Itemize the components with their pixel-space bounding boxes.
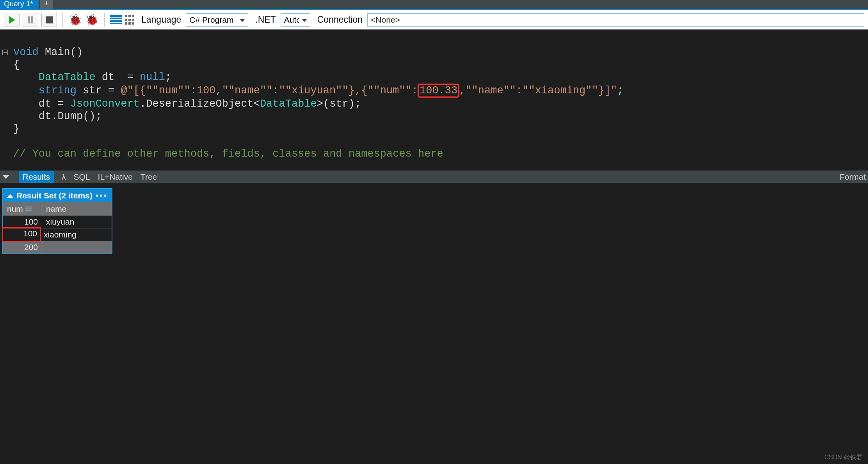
run-button[interactable] xyxy=(4,13,20,27)
language-select[interactable]: C# Program xyxy=(186,13,248,27)
code-keyword: void xyxy=(13,46,39,58)
colheader-num[interactable]: num xyxy=(3,202,42,216)
filter-icon[interactable] xyxy=(25,207,32,211)
code-text: Main() xyxy=(39,46,83,58)
results-tab-il[interactable]: IL+Native xyxy=(98,171,133,183)
cell-name: xiuyuan xyxy=(42,216,87,228)
code-comment: // You can define other methods, fields,… xyxy=(13,148,443,160)
language-label: Language xyxy=(141,14,181,25)
code-text: >(str); xyxy=(317,98,361,110)
results-format-button[interactable]: Format xyxy=(840,171,866,183)
grid-view-icon[interactable] xyxy=(125,15,134,25)
results-tab-results[interactable]: Results xyxy=(19,171,54,183)
dotnet-label: .NET xyxy=(255,14,276,25)
code-text: { xyxy=(13,59,20,71)
code-string: ,""name"":""xiaoming""}]" xyxy=(459,85,617,96)
tabbar-spacer xyxy=(54,0,868,9)
list-view-icon[interactable] xyxy=(110,15,122,25)
code-keyword: string xyxy=(39,85,76,96)
svg-rect-1 xyxy=(28,16,30,23)
code-text: dt.Dump(); xyxy=(39,111,102,122)
code-type: JsonConvert xyxy=(70,98,140,110)
cell-num: 100 xyxy=(3,216,42,228)
bug-icon-red[interactable]: 🐞 xyxy=(68,13,82,26)
result-grid: Result Set (2 items) ••• num name 100 xi… xyxy=(2,188,112,254)
toolbar-separator-1 xyxy=(62,13,63,27)
code-text: .DeserializeObject< xyxy=(140,98,260,110)
code-type: DataTable xyxy=(260,98,317,110)
svg-rect-2 xyxy=(31,16,33,23)
pause-icon xyxy=(27,16,34,23)
footer-empty xyxy=(42,241,87,253)
code-highlight: 100.33 xyxy=(418,84,459,98)
table-row[interactable]: 100 xiaoming xyxy=(3,228,112,241)
grid-menu-icon[interactable]: ••• xyxy=(96,191,108,200)
watermark: CSDN @铁君 xyxy=(824,453,863,462)
code-text: ; xyxy=(165,71,171,83)
play-icon xyxy=(8,16,15,24)
connection-label: Connection xyxy=(317,14,363,25)
dotnet-select[interactable]: Auto xyxy=(281,13,310,27)
code-text: dt = xyxy=(96,71,140,83)
query-tabbar: Query 1* + xyxy=(0,0,868,10)
result-grid-footer: 200 xyxy=(3,241,112,253)
result-grid-header[interactable]: Result Set (2 items) ••• xyxy=(3,189,112,202)
query-tab-active[interactable]: Query 1* xyxy=(0,0,39,9)
main-toolbar: 🐞 🐞 Language C# Program .NET Auto Connec… xyxy=(0,10,868,30)
fold-icon[interactable] xyxy=(2,50,8,55)
results-tab-sql[interactable]: SQL xyxy=(74,171,90,183)
code-text: } xyxy=(13,123,20,135)
code-type: DataTable xyxy=(39,71,96,83)
result-grid-colheaders: num name xyxy=(3,202,112,216)
stop-button[interactable] xyxy=(41,13,57,27)
results-tabstrip: Results λ SQL IL+Native Tree Format xyxy=(0,170,868,183)
footer-total: 200 xyxy=(3,241,42,253)
code-text: ; xyxy=(617,85,623,96)
results-panel: Result Set (2 items) ••• num name 100 xi… xyxy=(0,183,868,464)
result-grid-title: Result Set (2 items) xyxy=(16,191,92,200)
colheader-name[interactable]: name xyxy=(42,202,87,216)
pause-button[interactable] xyxy=(23,13,38,27)
toolbar-separator-2 xyxy=(104,13,105,27)
cell-name: xiaoming xyxy=(40,228,85,241)
svg-rect-3 xyxy=(46,16,53,23)
code-keyword: null xyxy=(140,71,165,83)
results-tab-tree[interactable]: Tree xyxy=(141,171,157,183)
results-tab-lambda[interactable]: λ xyxy=(62,171,66,183)
expand-icon xyxy=(7,194,13,198)
connection-select[interactable] xyxy=(367,13,864,27)
collapse-results-icon[interactable] xyxy=(2,175,9,179)
table-row[interactable]: 100 xiuyuan xyxy=(3,216,112,228)
cell-num-highlight: 100 xyxy=(2,227,41,242)
stop-icon xyxy=(46,16,53,23)
code-text: dt = xyxy=(39,98,70,110)
new-query-tab[interactable]: + xyxy=(40,0,53,9)
bug-icon-blue[interactable]: 🐞 xyxy=(85,13,99,26)
code-string: @"[{""num"":100,""name"":""xiuyuan""},{"… xyxy=(121,85,418,96)
svg-marker-0 xyxy=(9,16,15,24)
code-text: str = xyxy=(76,85,121,96)
code-editor[interactable]: void Main() { DataTable dt = null; strin… xyxy=(0,30,868,170)
